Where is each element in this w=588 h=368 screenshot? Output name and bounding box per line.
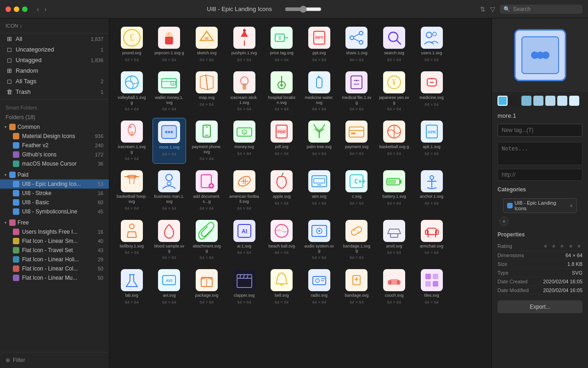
icon-cell-medicine[interactable]: medicine.svg 64 × 64 [415, 69, 449, 115]
icon-cell-ppt[interactable]: PPT ppt.svg 64 × 64 [302, 24, 336, 65]
folder-paid-header[interactable]: ▼ Paid [0, 170, 109, 179]
icon-cell-payment-phone[interactable]: payment phone.svg 64 × 64 [190, 118, 224, 164]
icon-cell-more[interactable]: more.1.svg 64 × 64 [153, 118, 187, 164]
folder-ui8-symbolicons[interactable]: UI8 - SymboliconsLine 45 [0, 207, 109, 216]
sidebar-item-random[interactable]: ⊞ Random [0, 65, 109, 76]
close-button[interactable] [6, 6, 11, 12]
folder-ui8-epic[interactable]: UI8 - Epic Landing Ico... 53 [0, 179, 109, 189]
icon-cell-pound[interactable]: £ pound.svg 64 × 64 [115, 24, 149, 65]
folder-ui8-stroke[interactable]: UI8 - Stroke 16 [0, 189, 109, 198]
folder-users-insights[interactable]: Users Insights Free I... 16 [0, 227, 109, 236]
nav-back-button[interactable]: ‹ [35, 5, 41, 14]
tag-input[interactable] [498, 124, 582, 137]
icon-cell-anchor[interactable]: anchor.1.svg 64 × 64 [415, 167, 449, 213]
icon-cell-avi[interactable]: AVI avi.svg 64 × 64 [153, 266, 187, 307]
filter-input[interactable] [13, 357, 103, 363]
icon-cell-bandage2[interactable]: bandage.svg 64 × 64 [340, 266, 374, 307]
swatch-black[interactable] [509, 96, 520, 106]
swatch-light-blue4[interactable] [557, 96, 567, 106]
sort-icon[interactable]: ⇅ [480, 6, 486, 13]
icon-cell-users[interactable]: users.1.svg 64 × 64 [415, 24, 449, 65]
icon-cell-american-football[interactable]: american football.svg 64 × 64 [227, 167, 261, 213]
maximize-button[interactable] [22, 6, 28, 12]
icon-cell-radio[interactable]: radio.svg 64 × 64 [302, 266, 336, 307]
icon-cell-pricetag[interactable]: $ price tag.svg 64 × 64 [265, 24, 299, 65]
filter-icon[interactable]: ▽ [490, 6, 495, 13]
swatch-light-blue2[interactable] [533, 96, 543, 106]
icon-cell-pushpin[interactable]: pushpin.1.svg 64 × 64 [227, 24, 261, 65]
icon-cell-wallet[interactable]: wallet money.1.svg 64 × 64 [153, 69, 187, 115]
icon-cell-package[interactable]: package.svg 64 × 64 [190, 266, 224, 307]
icon-cell-atm[interactable]: atm.svg 64 × 64 [302, 167, 336, 213]
icon-cell-anvil[interactable]: anvil.svg 64 × 64 [377, 217, 411, 263]
folder-ui8-basic[interactable]: UI8 - Basic 60 [0, 198, 109, 207]
category-remove-button[interactable]: × [570, 203, 573, 208]
icon-cell-icecream-stick[interactable]: icecream stick.1.svg 64 × 64 [227, 69, 261, 115]
folder-common-header[interactable]: ▼ Common [0, 122, 109, 132]
icon-cell-blood[interactable]: blood sample.svg 64 × 64 [153, 217, 187, 263]
icon-cell-tiles[interactable]: tiles.svg 64 × 64 [415, 266, 449, 307]
folder-flat-travel[interactable]: Flat Icon - Travel Set 43 [0, 246, 109, 255]
icon-cell-popcorn[interactable]: popcorn.1.svg g 64 × 64 [153, 24, 187, 65]
folder-free-header[interactable]: ▼ Free [0, 218, 109, 227]
icon-cell-bellboy[interactable]: bellboy.1.svg 64 × 64 [115, 217, 149, 263]
swatch-light-blue1[interactable] [521, 96, 531, 106]
icon-cell-bell[interactable]: bell.svg 64 × 64 [265, 266, 299, 307]
icon-cell-attachment[interactable]: attachment.svg g 64 × 64 [190, 217, 224, 263]
icon-cell-icecream[interactable]: icecream.1.svg g 64 × 64 [115, 118, 149, 164]
folder-github[interactable]: Github's icons 172 [0, 150, 109, 159]
icon-cell-basketball-hoop[interactable]: basketball hoop.svg 64 × 64 [115, 167, 149, 213]
search-input[interactable] [513, 6, 573, 12]
icon-cell-clapper[interactable]: clapper.svg 64 × 64 [227, 266, 261, 307]
icon-cell-yen[interactable]: ¥ japanese yen.svg 64 × 64 [377, 69, 411, 115]
swatch-lightest[interactable] [569, 96, 579, 106]
folder-flat-mu[interactable]: Flat Icon - Linear Mu... 50 [0, 273, 109, 282]
icon-cell-palm[interactable]: palm tree.svg 64 × 64 [302, 118, 336, 164]
icon-cell-money[interactable]: $ money.svg 64 × 64 [227, 118, 261, 164]
folder-flat-col[interactable]: Flat Icon - Linear Col... 50 [0, 264, 109, 273]
star-rating[interactable]: ★ ★ ★ ★ ★ [543, 243, 582, 249]
folder-material-design[interactable]: Material Design Icons 936 [0, 132, 109, 141]
icon-cell-businessman[interactable]: business man.1.svg 64 × 64 [153, 167, 187, 213]
notes-input[interactable] [498, 142, 582, 165]
icon-cell-ai[interactable]: AI ai.1.svg 64 × 64 [227, 217, 261, 263]
swatch-light-blue3[interactable] [545, 96, 555, 106]
sidebar-item-uncategorized[interactable]: ◻ Uncategorized 1 [0, 44, 109, 55]
icon-cell-c[interactable]: C++ c.svg 64 × 64 [340, 167, 374, 213]
icon-cell-share[interactable]: share.1.svg 64 × 64 [340, 24, 374, 65]
icon-cell-lab[interactable]: lab.svg 64 × 64 [115, 266, 149, 307]
sidebar-item-all[interactable]: ⊞ All 1,837 [0, 34, 109, 44]
nav-forward-button[interactable]: › [43, 5, 49, 14]
icon-cell-beach-ball[interactable]: beach ball.svg 64 × 64 [265, 217, 299, 263]
icon-cell-bandage[interactable]: bandage.1.svg g 64 × 64 [340, 217, 374, 263]
icon-cell-apple[interactable]: apple.svg 64 × 64 [265, 167, 299, 213]
icon-cell-hospital[interactable]: hospital location.svg 64 × 64 [265, 69, 299, 115]
folder-flat-holi[interactable]: Flat Icon - Linear Holi... 29 [0, 255, 109, 264]
zoom-slider[interactable] [285, 6, 322, 13]
minimize-button[interactable] [14, 6, 19, 12]
sidebar-item-all-tags[interactable]: ◻ All Tags 2 [0, 76, 109, 86]
icon-cell-add-document[interactable]: add document.s...g 64 × 64 [190, 167, 224, 213]
swatch-blue[interactable] [498, 96, 508, 106]
icon-cell-armchair[interactable]: armchair.svg 64 × 64 [415, 217, 449, 263]
icon-cell-medical-file[interactable]: medical file.1.svg 64 × 64 [340, 69, 374, 115]
add-category-button[interactable]: + [499, 217, 509, 226]
icon-cell-payment[interactable]: payment.svg 64 × 64 [340, 118, 374, 164]
sidebar-item-trash[interactable]: 🗑 Trash 1 [0, 86, 109, 97]
icon-cell-basketball[interactable]: basketball.svg g 64 × 64 [377, 118, 411, 164]
icon-cell-map[interactable]: map.svg 64 × 64 [190, 69, 224, 115]
icon-cell-volleyball[interactable]: volleyball.1.svg g 64 × 64 [115, 69, 149, 115]
icon-cell-sketch[interactable]: sketch.svg 64 × 64 [190, 24, 224, 65]
icon-cell-search[interactable]: search.svg 64 × 64 [377, 24, 411, 65]
folder-feather[interactable]: Feather v2 240 [0, 141, 109, 150]
folder-flat-linear-sm[interactable]: Flat Icon - Linear Sm... 40 [0, 236, 109, 246]
icon-cell-couch[interactable]: couch.svg 64 × 64 [377, 266, 411, 307]
icon-cell-audio[interactable]: audio system.svg 64 × 64 [302, 217, 336, 263]
url-input[interactable] [498, 169, 582, 181]
folder-macos[interactable]: macOS Mouse Cursor 36 [0, 159, 109, 168]
icon-cell-pdf[interactable]: PDF pdf.svg 64 × 64 [265, 118, 299, 164]
export-button[interactable]: Export... [498, 300, 582, 313]
icon-cell-apk[interactable]: APK apk.1.svg 64 × 64 [415, 118, 449, 164]
sidebar-item-untagged[interactable]: ◻ Untagged 1,836 [0, 55, 109, 65]
icon-cell-medicine-water[interactable]: medicine water.svg 64 × 64 [302, 69, 336, 115]
